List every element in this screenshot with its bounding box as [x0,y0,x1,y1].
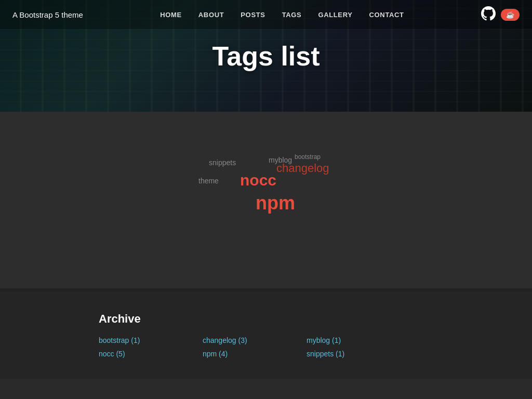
hero-title: Tags list [212,41,320,72]
tag-nocc[interactable]: nocc [240,171,276,189]
nav-tags[interactable]: TAGS [282,11,302,19]
github-link[interactable] [481,6,496,23]
github-icon [481,6,496,21]
nav-about[interactable]: ABOUT [198,11,224,19]
tags-section: snippets myblog bootstrap changelog them… [0,112,532,288]
tag-npm[interactable]: npm [256,192,295,214]
archive-link-nocc[interactable]: nocc (5) [99,350,203,358]
nav-icons: ☕ [481,6,520,23]
archive-link-snippets[interactable]: snippets (1) [307,350,410,358]
tag-snippets[interactable]: snippets [209,158,236,167]
archive-link-bootstrap[interactable]: bootstrap (1) [99,336,203,344]
navbar: A Bootstrap 5 theme HOME ABOUT POSTS TAG… [0,0,532,29]
archive-link-npm[interactable]: npm (4) [203,350,307,358]
nav-gallery[interactable]: GALLERY [318,11,352,19]
archive-link-changelog[interactable]: changelog (3) [203,336,307,344]
nav-posts[interactable]: POSTS [241,11,265,19]
nav-home[interactable]: HOME [160,11,182,19]
nav-links: HOME ABOUT POSTS TAGS GALLERY CONTACT [160,10,404,19]
tag-theme[interactable]: theme [198,177,219,185]
archive-title: Archive [99,312,520,326]
nav-contact[interactable]: CONTACT [369,11,404,19]
kofi-button[interactable]: ☕ [501,9,520,21]
archive-links: bootstrap (1) changelog (3) myblog (1) n… [99,336,520,358]
kofi-icon: ☕ [506,11,514,19]
archive-section: Archive bootstrap (1) changelog (3) mybl… [0,291,532,379]
tag-changelog[interactable]: changelog [276,162,329,175]
tag-bootstrap[interactable]: bootstrap [295,153,321,161]
site-brand[interactable]: A Bootstrap 5 theme [12,10,83,19]
archive-link-myblog[interactable]: myblog (1) [307,336,410,344]
tags-cloud: snippets myblog bootstrap changelog them… [193,153,339,247]
